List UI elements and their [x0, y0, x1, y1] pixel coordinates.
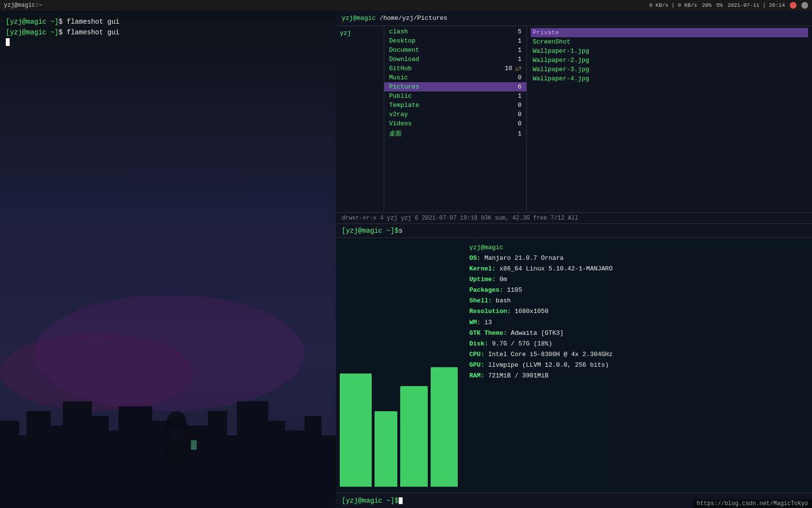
cmd-bar-cmd: s	[399, 227, 403, 235]
nf-line: Packages: 1105	[469, 285, 804, 296]
fm-entry-name: Template	[389, 102, 419, 109]
fm-right-item-screenshot[interactable]: ScreenShot	[531, 37, 808, 46]
nf-val: 721MiB / 3901MiB	[484, 372, 549, 379]
fm-row-clash[interactable]: clash5	[384, 27, 526, 36]
fm-row-document[interactable]: Document1	[384, 45, 526, 55]
nf-key: GPU:	[469, 361, 484, 369]
fm-sidebar-yzj[interactable]: yzj	[336, 28, 384, 38]
nf-key: Shell:	[469, 297, 492, 304]
nf-key: Packages:	[469, 286, 503, 294]
fm-row-pictures[interactable]: Pictures6	[384, 82, 526, 91]
file-manager[interactable]: yzj@magic /home/yzj/Pictures yzj clash5D…	[336, 11, 812, 224]
fm-entry-name: Videos	[389, 120, 412, 127]
fm-row-videos[interactable]: Videos0	[384, 119, 526, 128]
fm-right-item-name: ScreenShot	[533, 38, 570, 45]
fm-entry-count: 0	[518, 74, 522, 81]
nf-key: Resolution:	[469, 308, 511, 315]
fm-right-item-name: Private	[533, 29, 559, 36]
fm-right-item-wallpaper-2-jpg[interactable]: Wallpaper-2.jpg	[531, 56, 808, 65]
fm-right-item-wallpaper-3-jpg[interactable]: Wallpaper-3.jpg	[531, 65, 808, 74]
nf-val: bash	[492, 297, 511, 304]
fm-row-template[interactable]: Template0	[384, 101, 526, 110]
nf-key: CPU:	[469, 351, 484, 358]
fm-row-桌面[interactable]: 桌面1	[384, 128, 526, 139]
fm-entry-name: Music	[389, 74, 408, 81]
nf-key: Kernel:	[469, 265, 496, 272]
fm-right-item-wallpaper-4-jpg[interactable]: Wallpaper-4.jpg	[531, 74, 808, 83]
fm-row-music[interactable]: Music0	[384, 73, 526, 82]
fm-row-public[interactable]: Public1	[384, 91, 526, 101]
footer: https://blog.csdn.net/MagicTokyo	[693, 499, 812, 508]
fm-right-item-wallpaper-1-jpg[interactable]: Wallpaper-1.jpg	[531, 46, 808, 56]
fm-row-github[interactable]: GitHub10△?	[384, 64, 526, 73]
fm-header: yzj@magic /home/yzj/Pictures	[336, 11, 812, 26]
chart-bar	[431, 367, 458, 487]
nf-key: GTK Theme:	[469, 329, 507, 337]
nf-line: GTK Theme: Adwaita [GTK3]	[469, 328, 804, 339]
main-layout: [yzj@magic ~]$ flameshot gui [yzj@magic …	[0, 11, 812, 508]
fm-entry-name: Download	[389, 56, 419, 63]
fm-entry-name: Pictures	[389, 83, 419, 90]
nf-line: OS: Manjaro 21.0.7 Ornara	[469, 253, 804, 264]
fm-entry-name: Desktop	[389, 37, 416, 45]
fm-row-download[interactable]: Download1	[384, 55, 526, 64]
chart-bar	[400, 386, 428, 487]
nf-fields: OS: Manjaro 21.0.7 OrnaraKernel: x86_64 …	[469, 253, 804, 381]
nf-line: Kernel: x86_64 Linux 5.10.42-1-MANJARO	[469, 264, 804, 274]
nf-val: i3	[480, 319, 492, 326]
bottom-content: yzj@magic OS: Manjaro 21.0.7 OrnaraKerne…	[336, 238, 812, 493]
fm-entry-name: Public	[389, 92, 412, 100]
cursor	[6, 38, 10, 46]
nf-val: llvmpipe (LLVM 12.0.0, 256 bits)	[484, 361, 609, 369]
fm-entry-count: 1	[518, 46, 522, 54]
fm-entry-count: 0	[518, 120, 522, 127]
topbar-vol: 20%	[702, 2, 711, 8]
left-terminal[interactable]: [yzj@magic ~]$ flameshot gui [yzj@magic …	[0, 11, 336, 508]
nf-line: Resolution: 812x508	[469, 306, 804, 317]
topbar-icon-red	[790, 2, 797, 9]
fm-right-panel[interactable]: PrivateScreenShotWallpaper-1.jpgWallpape…	[527, 26, 812, 212]
fm-entry-count: 1	[518, 130, 522, 137]
fm-entry-name: Document	[389, 46, 419, 54]
nf-val: 9.7G / 57G (18%)	[488, 340, 552, 347]
topbar-title: yzj@magic:~	[4, 2, 42, 9]
nf-val: 812x508	[511, 308, 549, 315]
bar-chart	[340, 242, 458, 489]
nf-val: 0m	[496, 276, 507, 283]
fm-row-v2ray[interactable]: v2ray0	[384, 110, 526, 119]
fm-entry-count: 10	[505, 65, 512, 72]
nf-val: Adwaita [GTK3]	[507, 329, 564, 337]
topbar-disk: 5%	[716, 2, 723, 8]
fm-right-item-name: Wallpaper-1.jpg	[533, 47, 589, 55]
graph-area	[336, 238, 462, 493]
topbar-net: 0 KB/s | 0 KB/s	[649, 2, 697, 8]
terminal-line-1: [yzj@magic ~]$ flameshot gui	[6, 16, 330, 27]
fm-right-item-private[interactable]: Private	[531, 28, 808, 37]
bottom-right: [yzj@magic ~]$ s yzj@magic OS: Manjaro 2…	[336, 224, 812, 508]
nf-key: WM:	[469, 319, 480, 326]
nf-line: Shell: bash	[469, 296, 804, 306]
fm-file-list[interactable]: clash5Desktop1Document1Download1GitHub10…	[384, 26, 527, 212]
fm-right-item-name: Wallpaper-2.jpg	[533, 57, 589, 64]
fm-body: yzj clash5Desktop1Document1Download1GitH…	[336, 26, 812, 212]
fm-entry-name: 桌面	[389, 129, 402, 138]
fm-entry-name: clash	[389, 28, 408, 35]
fm-entry-count: 1	[518, 56, 522, 63]
chart-bar	[375, 411, 397, 487]
nf-val: 1105	[503, 286, 522, 294]
fm-entry-count: 5	[518, 28, 522, 35]
fm-entry-name: v2ray	[389, 111, 408, 118]
neofetch: yzj@magic OS: Manjaro 21.0.7 OrnaraKerne…	[462, 238, 812, 493]
fm-row-desktop[interactable]: Desktop1	[384, 36, 526, 45]
fm-header-path: /home/yzj/Pictures	[379, 15, 447, 22]
bottom-cursor	[399, 497, 403, 504]
fm-entry-count: 1	[518, 37, 522, 45]
nf-val: Manjaro 21.0.7 Ornara	[480, 254, 564, 262]
nf-line: GPU: llvmpipe (LLVM 12.0.0, 256 bits)	[469, 360, 804, 371]
cmd-bar-prompt: [yzj@magic ~]$	[342, 227, 399, 235]
nf-line: WM: i3	[469, 317, 804, 328]
nf-val: Intel Core i5-8300H @ 4x 2.304GHz	[484, 351, 612, 358]
nf-key: Uptime:	[469, 276, 496, 283]
topbar-icon-gray	[801, 2, 808, 9]
fm-sidebar: yzj	[336, 26, 384, 212]
